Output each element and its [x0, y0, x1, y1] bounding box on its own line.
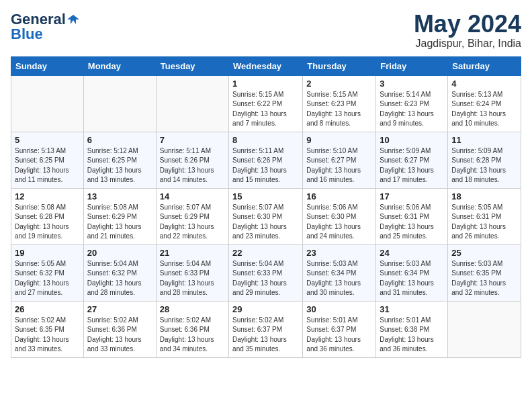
day-info: Sunrise: 5:01 AM Sunset: 6:37 PM Dayligh… [306, 316, 372, 355]
calendar-cell: 11Sunrise: 5:09 AM Sunset: 6:28 PM Dayli… [448, 132, 521, 188]
title-block: May 2024 Jagdispur, Bihar, India [414, 11, 521, 50]
calendar-cell: 7Sunrise: 5:11 AM Sunset: 6:26 PM Daylig… [156, 132, 228, 188]
calendar-cell: 12Sunrise: 5:08 AM Sunset: 6:28 PM Dayli… [11, 188, 84, 244]
day-number: 23 [306, 248, 372, 258]
calendar-cell: 17Sunrise: 5:06 AM Sunset: 6:31 PM Dayli… [376, 188, 448, 244]
day-info: Sunrise: 5:05 AM Sunset: 6:31 PM Dayligh… [451, 203, 517, 242]
calendar-cell: 1Sunrise: 5:15 AM Sunset: 6:22 PM Daylig… [229, 75, 303, 132]
calendar-cell: 23Sunrise: 5:03 AM Sunset: 6:34 PM Dayli… [303, 244, 376, 301]
day-of-week-header: Saturday [448, 56, 521, 75]
calendar-cell: 19Sunrise: 5:05 AM Sunset: 6:32 PM Dayli… [11, 244, 84, 301]
calendar-cell: 6Sunrise: 5:12 AM Sunset: 6:25 PM Daylig… [83, 132, 156, 188]
day-info: Sunrise: 5:06 AM Sunset: 6:31 PM Dayligh… [380, 203, 444, 242]
day-of-week-header: Monday [83, 56, 156, 75]
day-info: Sunrise: 5:12 AM Sunset: 6:25 PM Dayligh… [87, 146, 152, 185]
day-number: 13 [87, 191, 152, 201]
logo: General Blue [11, 11, 79, 43]
day-info: Sunrise: 5:02 AM Sunset: 6:37 PM Dayligh… [232, 316, 299, 355]
calendar-cell: 13Sunrise: 5:08 AM Sunset: 6:29 PM Dayli… [83, 188, 156, 244]
day-number: 16 [306, 191, 372, 201]
page-header: General Blue May 2024 Jagdispur, Bihar, … [11, 11, 521, 50]
calendar-cell: 25Sunrise: 5:03 AM Sunset: 6:35 PM Dayli… [448, 244, 521, 301]
day-number: 3 [380, 79, 444, 89]
day-info: Sunrise: 5:03 AM Sunset: 6:35 PM Dayligh… [451, 259, 517, 298]
calendar-cell: 21Sunrise: 5:04 AM Sunset: 6:33 PM Dayli… [156, 244, 228, 301]
calendar-cell: 15Sunrise: 5:07 AM Sunset: 6:30 PM Dayli… [229, 188, 303, 244]
day-info: Sunrise: 5:09 AM Sunset: 6:27 PM Dayligh… [380, 146, 444, 185]
calendar-cell: 30Sunrise: 5:01 AM Sunset: 6:37 PM Dayli… [303, 301, 376, 357]
day-number: 5 [15, 135, 80, 145]
day-number: 17 [380, 191, 444, 201]
calendar-cell: 3Sunrise: 5:14 AM Sunset: 6:23 PM Daylig… [376, 75, 448, 132]
calendar-cell: 18Sunrise: 5:05 AM Sunset: 6:31 PM Dayli… [448, 188, 521, 244]
day-number: 7 [160, 135, 225, 145]
day-info: Sunrise: 5:15 AM Sunset: 6:22 PM Dayligh… [232, 90, 299, 129]
calendar-week-row: 12Sunrise: 5:08 AM Sunset: 6:28 PM Dayli… [11, 188, 521, 244]
calendar-week-row: 5Sunrise: 5:13 AM Sunset: 6:25 PM Daylig… [11, 132, 521, 188]
calendar-cell: 20Sunrise: 5:04 AM Sunset: 6:32 PM Dayli… [83, 244, 156, 301]
day-number: 22 [232, 248, 299, 258]
month-year-title: May 2024 [414, 11, 521, 38]
day-number: 19 [15, 248, 80, 258]
day-number: 2 [306, 79, 372, 89]
day-number: 26 [15, 304, 80, 314]
day-number: 30 [306, 304, 372, 314]
day-info: Sunrise: 5:04 AM Sunset: 6:33 PM Dayligh… [160, 259, 225, 298]
day-info: Sunrise: 5:09 AM Sunset: 6:28 PM Dayligh… [451, 146, 517, 185]
day-number: 27 [87, 304, 152, 314]
svg-marker-0 [67, 15, 79, 24]
day-info: Sunrise: 5:13 AM Sunset: 6:25 PM Dayligh… [15, 146, 80, 185]
day-info: Sunrise: 5:14 AM Sunset: 6:23 PM Dayligh… [380, 90, 444, 129]
day-info: Sunrise: 5:02 AM Sunset: 6:36 PM Dayligh… [87, 316, 152, 355]
day-number: 18 [451, 191, 517, 201]
calendar-week-row: 19Sunrise: 5:05 AM Sunset: 6:32 PM Dayli… [11, 244, 521, 301]
calendar-cell [448, 301, 521, 357]
calendar-cell: 10Sunrise: 5:09 AM Sunset: 6:27 PM Dayli… [376, 132, 448, 188]
day-number: 11 [451, 135, 517, 145]
day-info: Sunrise: 5:13 AM Sunset: 6:24 PM Dayligh… [451, 90, 517, 129]
calendar-week-row: 26Sunrise: 5:02 AM Sunset: 6:35 PM Dayli… [11, 301, 521, 357]
day-number: 1 [232, 79, 299, 89]
location-subtitle: Jagdispur, Bihar, India [414, 38, 521, 50]
day-info: Sunrise: 5:04 AM Sunset: 6:33 PM Dayligh… [232, 259, 299, 298]
day-info: Sunrise: 5:11 AM Sunset: 6:26 PM Dayligh… [160, 146, 225, 185]
day-info: Sunrise: 5:08 AM Sunset: 6:29 PM Dayligh… [87, 203, 152, 242]
calendar-cell [156, 75, 228, 132]
day-info: Sunrise: 5:07 AM Sunset: 6:29 PM Dayligh… [160, 203, 225, 242]
day-info: Sunrise: 5:04 AM Sunset: 6:32 PM Dayligh… [87, 259, 152, 298]
calendar-cell: 29Sunrise: 5:02 AM Sunset: 6:37 PM Dayli… [229, 301, 303, 357]
day-number: 15 [232, 191, 299, 201]
calendar-cell: 28Sunrise: 5:02 AM Sunset: 6:36 PM Dayli… [156, 301, 228, 357]
day-info: Sunrise: 5:03 AM Sunset: 6:34 PM Dayligh… [306, 259, 372, 298]
day-of-week-header: Sunday [11, 56, 84, 75]
day-info: Sunrise: 5:05 AM Sunset: 6:32 PM Dayligh… [15, 259, 80, 298]
calendar-header-row: SundayMondayTuesdayWednesdayThursdayFrid… [11, 56, 521, 75]
calendar-cell [83, 75, 156, 132]
day-number: 28 [160, 304, 225, 314]
calendar-week-row: 1Sunrise: 5:15 AM Sunset: 6:22 PM Daylig… [11, 75, 521, 132]
day-number: 9 [306, 135, 372, 145]
day-number: 21 [160, 248, 225, 258]
day-info: Sunrise: 5:02 AM Sunset: 6:36 PM Dayligh… [160, 316, 225, 355]
calendar-table: SundayMondayTuesdayWednesdayThursdayFrid… [11, 56, 521, 358]
calendar-cell: 16Sunrise: 5:06 AM Sunset: 6:30 PM Dayli… [303, 188, 376, 244]
calendar-cell: 24Sunrise: 5:03 AM Sunset: 6:34 PM Dayli… [376, 244, 448, 301]
calendar-cell: 8Sunrise: 5:11 AM Sunset: 6:26 PM Daylig… [229, 132, 303, 188]
day-info: Sunrise: 5:10 AM Sunset: 6:27 PM Dayligh… [306, 146, 372, 185]
day-info: Sunrise: 5:15 AM Sunset: 6:23 PM Dayligh… [306, 90, 372, 129]
calendar-cell: 14Sunrise: 5:07 AM Sunset: 6:29 PM Dayli… [156, 188, 228, 244]
day-number: 14 [160, 191, 225, 201]
day-of-week-header: Tuesday [156, 56, 228, 75]
day-number: 20 [87, 248, 152, 258]
day-number: 10 [380, 135, 444, 145]
day-info: Sunrise: 5:11 AM Sunset: 6:26 PM Dayligh… [232, 146, 299, 185]
calendar-cell [11, 75, 84, 132]
day-of-week-header: Wednesday [229, 56, 303, 75]
day-info: Sunrise: 5:06 AM Sunset: 6:30 PM Dayligh… [306, 203, 372, 242]
day-of-week-header: Thursday [303, 56, 376, 75]
calendar-cell: 22Sunrise: 5:04 AM Sunset: 6:33 PM Dayli… [229, 244, 303, 301]
day-info: Sunrise: 5:03 AM Sunset: 6:34 PM Dayligh… [380, 259, 444, 298]
day-info: Sunrise: 5:07 AM Sunset: 6:30 PM Dayligh… [232, 203, 299, 242]
day-number: 31 [380, 304, 444, 314]
calendar-cell: 2Sunrise: 5:15 AM Sunset: 6:23 PM Daylig… [303, 75, 376, 132]
